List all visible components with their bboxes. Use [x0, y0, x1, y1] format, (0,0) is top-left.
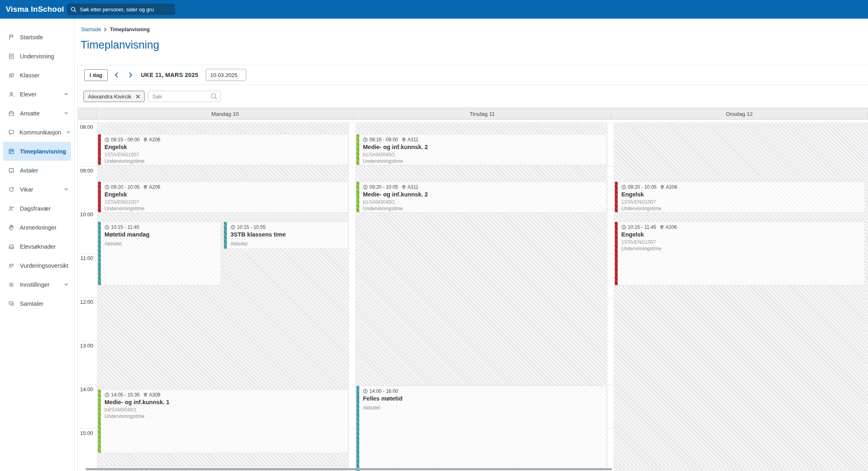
day-header-wednesday: Onsdag 12 [611, 108, 868, 119]
briefcase-icon [8, 110, 15, 117]
calendar-event[interactable]: 09:20 - 10:05 A206 Engelsk 1STA/ENG1007 … [614, 181, 865, 213]
clock-icon [105, 185, 109, 190]
sidebar-item-timeplanvisning[interactable]: Timeplanvisning [3, 142, 71, 161]
sidebar-item-dagsfravaer[interactable]: Dagsfravær [0, 199, 74, 218]
refresh-icon [8, 186, 15, 193]
previous-week-button[interactable] [112, 70, 122, 80]
close-icon [136, 94, 140, 99]
remove-filter-button[interactable] [136, 94, 140, 99]
person-search [148, 91, 221, 102]
sidebar-item-innstillinger[interactable]: Innstillinger [0, 275, 74, 294]
location-pin-icon [143, 137, 148, 142]
time-label: 09:00 [78, 168, 93, 174]
person-filter-chip[interactable]: Alexandra Kivircik [83, 91, 145, 102]
clock-icon [363, 389, 368, 394]
time-gutter-header [78, 108, 97, 119]
clock-icon [363, 137, 368, 142]
location-pin-icon [401, 185, 406, 190]
sidebar-item-startside[interactable]: Startside [0, 28, 74, 47]
sidebar-item-anmerkninger[interactable]: Anmerkninger [0, 218, 74, 237]
filter-row: Alexandra Kivircik [78, 85, 868, 108]
location-pin-icon [401, 137, 406, 142]
calendar-event[interactable]: 09:20 - 10:05 A206 Engelsk 1STA/ENG1007 … [98, 181, 348, 213]
speech-bubble-icon [8, 129, 15, 136]
sidebar-item-kommunikasjon[interactable]: Kommunikasjon [0, 123, 74, 142]
calendar-icon [8, 148, 15, 155]
time-label: 11:00 [78, 255, 93, 261]
chevron-right-icon [128, 72, 133, 78]
main-content: Startside Timeplanvisning Timeplanvisnin… [75, 19, 868, 471]
location-pin-icon [660, 185, 665, 190]
book-icon [8, 53, 15, 60]
student-icon [8, 91, 15, 98]
calendar-event[interactable]: 09:20 - 10:05 A311 Medie- og inf.kunnsk.… [356, 181, 607, 213]
clock-icon [105, 225, 109, 230]
date-input[interactable] [206, 69, 246, 81]
class-icon [8, 72, 15, 79]
flag-icon [8, 34, 15, 40]
breadcrumb: Startside Timeplanvisning [81, 27, 150, 32]
chevron-down-icon [64, 111, 68, 115]
clock-icon [621, 185, 626, 190]
time-label: 13:00 [78, 343, 93, 349]
time-label: 12:00 [78, 299, 93, 305]
day-header-monday: Mandag 10 [97, 108, 354, 119]
time-label: 14:00 [78, 386, 93, 392]
calendar-event[interactable]: 10:15 - 11:45 A206 Engelsk 1STA/ENG1007 … [614, 222, 865, 286]
time-label: 10:00 [78, 211, 93, 217]
day-header-tuesday: Tirsdag 11 [354, 108, 611, 119]
calendar-event[interactable]: 08:15 - 09:00 A311 Medie- og inf.kunnsk.… [356, 134, 607, 165]
sidebar-item-ansatte[interactable]: Ansatte [0, 104, 74, 123]
sidebar-item-avtaler[interactable]: Avtaler [0, 161, 74, 180]
app-logo: Visma InSchool [6, 0, 64, 19]
location-pin-icon [659, 225, 664, 230]
week-label: UKE 11, MARS 2025 [141, 72, 198, 78]
sidebar-item-elever[interactable]: Elever [0, 85, 74, 104]
day-column-wednesday: 09:20 - 10:05 A206 Engelsk 1STA/ENG1007 … [614, 122, 868, 471]
person-check-icon [8, 205, 15, 212]
sidebar-item-undervisning[interactable]: Undervisning [0, 47, 74, 66]
sidebar-item-elevsoknader[interactable]: Elevsøknader [0, 237, 74, 256]
calendar-event[interactable]: 10:15 - 11:45 Møtetid mandag Aktivitet [98, 222, 221, 286]
timetable-card: I dag UKE 11, MARS 2025 Alexandra Kivirc… [77, 65, 868, 471]
next-week-button[interactable] [126, 70, 135, 80]
chevron-down-icon [64, 187, 68, 192]
calendar-event[interactable]: 14:00 - 16:00 Felles møtetid Aktivitet [356, 386, 607, 471]
topbar: Visma InSchool [0, 0, 868, 19]
location-pin-icon [143, 392, 148, 397]
chevron-down-icon [64, 282, 68, 287]
clock-icon [105, 137, 109, 142]
sidebar-item-vikar[interactable]: Vikar [0, 180, 74, 199]
inbox-icon [8, 243, 15, 250]
breadcrumb-current: Timeplanvisning [110, 27, 149, 32]
day-header-row: Mandag 10 Tirsdag 11 Onsdag 12 [78, 108, 868, 120]
location-pin-icon [143, 185, 148, 190]
calendar-event[interactable]: 10:15 - 10:55 3STB klassens time Aktivit… [224, 222, 348, 249]
person-search-input[interactable] [148, 91, 221, 102]
calendar-grid: 08:00 09:00 10:00 11:00 12:00 13:00 14:0… [78, 120, 868, 471]
chevron-down-icon [66, 130, 70, 134]
page-title: Timeplanvisning [81, 39, 159, 51]
chat-icon [8, 301, 15, 307]
today-button[interactable]: I dag [84, 69, 108, 81]
clock-icon [230, 225, 235, 230]
search-icon [70, 6, 77, 13]
hand-icon [8, 224, 15, 231]
calendar-toolbar: I dag UKE 11, MARS 2025 [78, 65, 868, 85]
day-column-tuesday: 08:15 - 09:00 A311 Medie- og inf.kunnsk.… [355, 122, 608, 471]
person-list-icon [8, 262, 15, 269]
global-search[interactable] [67, 4, 175, 15]
horizontal-scrollbar[interactable] [85, 468, 612, 470]
global-search-input[interactable] [80, 6, 171, 13]
calendar-check-icon [8, 167, 15, 174]
calendar-event[interactable]: 14:05 - 15:35 A309 Medie- og inf.kunnsk.… [98, 389, 348, 453]
sidebar-item-samtaler[interactable]: Samtaler [0, 294, 74, 313]
clock-icon [363, 185, 368, 190]
clock-icon [105, 392, 109, 397]
day-column-monday: 08:15 - 09:00 A206 Engelsk 1STA/ENG1007 … [97, 122, 349, 471]
breadcrumb-home-link[interactable]: Startside [81, 27, 101, 32]
gear-icon [8, 281, 15, 288]
sidebar-item-klasser[interactable]: Klasser [0, 66, 74, 85]
sidebar-item-vurderingsoversikt[interactable]: Vurderingsoversikt [0, 256, 74, 275]
calendar-event[interactable]: 08:15 - 09:00 A206 Engelsk 1STA/ENG1007 … [98, 134, 348, 165]
